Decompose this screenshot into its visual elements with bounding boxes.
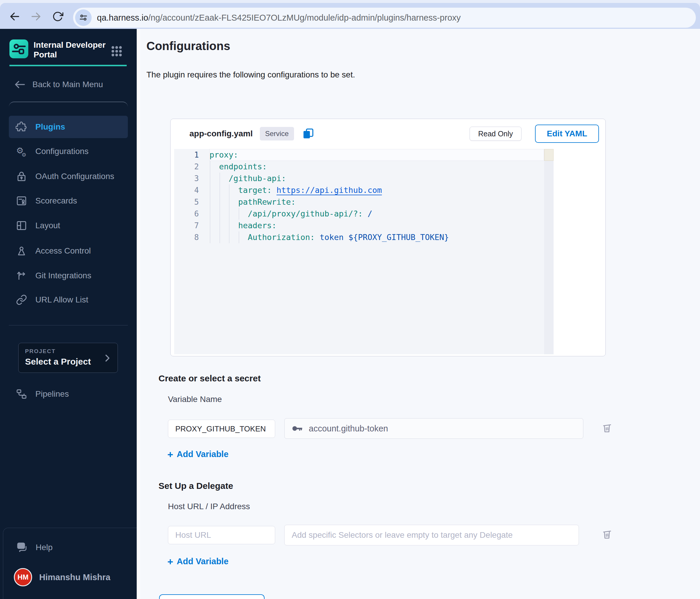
delegate-selectors-input[interactable]	[284, 525, 579, 545]
svg-text:?: ?	[20, 543, 23, 549]
layout-icon	[15, 220, 28, 231]
delete-secret-row-button[interactable]	[600, 421, 614, 434]
sidebar-divider	[9, 325, 128, 325]
sidebar-item-oauth-configurations[interactable]: OAuth Configurations	[9, 165, 128, 188]
edit-yaml-button[interactable]: Edit YAML	[535, 125, 599, 143]
code-indent	[209, 197, 238, 206]
sidebar-item-label: Layout	[35, 221, 60, 230]
apps-grid-icon[interactable]	[111, 45, 123, 58]
browser-back-button[interactable]	[8, 10, 21, 23]
secret-select[interactable]: account.github-token	[284, 418, 583, 439]
code-indent	[209, 221, 238, 230]
sidebar-item-scorecards[interactable]: Scorecards	[9, 190, 128, 212]
line-number: 7	[174, 220, 199, 232]
sidebar-item-pipelines[interactable]: Pipelines	[9, 383, 128, 405]
read-only-button[interactable]: Read Only	[470, 127, 522, 141]
read-only-label: Read Only	[478, 130, 513, 138]
lock-icon	[15, 171, 28, 182]
url-domain: qa.harness.io	[97, 13, 148, 22]
browser-forward-button[interactable]	[29, 10, 43, 23]
browser-reload-button[interactable]	[51, 10, 64, 23]
host-url-label: Host URL / IP Address	[168, 502, 250, 511]
yaml-card-header: app-config.yaml Service Read Only Edit Y…	[171, 119, 605, 149]
idp-logo-icon	[9, 40, 28, 58]
git-branch-arrows-icon	[15, 270, 28, 281]
sidebar-item-label: OAuth Configurations	[35, 172, 114, 181]
code-key: endpoints:	[219, 162, 267, 171]
plus-icon: +	[167, 450, 173, 459]
code-key: proxy:	[209, 150, 238, 159]
back-arrow-icon	[14, 78, 26, 91]
project-label: PROJECT	[25, 348, 111, 355]
line-number: 3	[174, 173, 199, 184]
user-name: Himanshu Mishra	[39, 573, 110, 582]
page-title: Configurations	[146, 40, 230, 53]
yaml-card: app-config.yaml Service Read Only Edit Y…	[170, 119, 606, 356]
code-key: pathRewrite:	[238, 197, 296, 206]
code-line: 5 pathRewrite:	[174, 196, 544, 208]
code-surface: 1 proxy: 2 endpoints: 3 /github-api: 4 t…	[174, 149, 544, 354]
line-number: 6	[174, 208, 199, 220]
pipelines-icon	[15, 388, 28, 400]
brand-line1: Internal Developer	[33, 40, 105, 50]
code-value: token ${PROXY_GITHUB_TOKEN}	[320, 233, 449, 242]
delegate-section-heading: Set Up a Delegate	[158, 481, 233, 491]
copy-icon[interactable]	[302, 128, 314, 139]
sidebar-item-plugins[interactable]: Plugins	[9, 116, 128, 138]
sidebar-item-configurations[interactable]: ⚙⚙ Configurations	[9, 140, 128, 162]
add-variable-label: Add Variable	[177, 556, 229, 566]
code-line: 3 /github-api:	[174, 173, 544, 184]
service-badge: Service	[260, 127, 294, 140]
sidebar-item-url-allow-list[interactable]: URL Allow List	[9, 289, 128, 311]
site-info-icon[interactable]	[75, 9, 92, 26]
gears-icon: ⚙⚙	[15, 146, 28, 157]
delete-delegate-row-button[interactable]	[600, 528, 614, 541]
scorecard-icon	[15, 195, 28, 206]
help-label: Help	[36, 543, 53, 552]
project-selector[interactable]: PROJECT Select a Project	[18, 343, 118, 373]
variable-name-label: Variable Name	[168, 395, 222, 404]
menu-divider-top	[9, 102, 128, 113]
code-link[interactable]: https://api.github.com	[277, 185, 382, 195]
host-url-input[interactable]	[168, 526, 275, 544]
chevron-right-icon	[102, 353, 112, 364]
line-number: 4	[174, 184, 199, 196]
code-indent	[209, 162, 219, 171]
browser-chrome: qa.harness.io/ng/account/zEaak-FLS425IEO…	[0, 0, 700, 29]
user-profile[interactable]: HM Himanshu Mishra	[14, 568, 110, 586]
line-number: 5	[174, 196, 199, 208]
sidebar-item-layout[interactable]: Layout	[9, 214, 128, 237]
sidebar-item-label: Scorecards	[35, 196, 77, 206]
code-line: 2 endpoints:	[174, 161, 544, 173]
sidebar-item-access-control[interactable]: Access Control	[9, 240, 128, 262]
yaml-editor[interactable]: 1 proxy: 2 endpoints: 3 /github-api: 4 t…	[174, 149, 554, 354]
add-variable-link-delegate[interactable]: + Add Variable	[167, 556, 229, 566]
sidebar: Internal Developer Portal Back to Main M…	[0, 29, 137, 599]
editor-scrollbar[interactable]	[544, 149, 554, 354]
variable-name-input[interactable]	[168, 420, 275, 438]
back-label: Back to Main Menu	[32, 80, 103, 89]
code-indent	[209, 233, 248, 242]
sidebar-bottom-panel: ? Help HM Himanshu Mishra	[3, 528, 137, 599]
add-variable-label: Add Variable	[177, 449, 229, 459]
browser-toolbar: qa.harness.io/ng/account/zEaak-FLS425IEO…	[0, 3, 700, 29]
brand: Internal Developer Portal	[9, 40, 105, 59]
add-variable-link-secret[interactable]: + Add Variable	[167, 449, 229, 459]
code-key: headers:	[238, 221, 277, 230]
line-number: 8	[174, 232, 199, 243]
brand-title: Internal Developer Portal	[33, 40, 105, 59]
brand-line2: Portal	[33, 50, 105, 59]
link-icon	[15, 294, 28, 305]
help-item[interactable]: ? Help	[16, 536, 53, 559]
sidebar-item-label: Configurations	[35, 147, 89, 156]
save-button-partial[interactable]	[159, 594, 265, 599]
code-indent	[209, 209, 248, 218]
brand-underline	[9, 65, 127, 66]
help-chat-icon: ?	[16, 542, 28, 553]
svg-text:⚙: ⚙	[22, 152, 26, 157]
line-number: 1	[174, 149, 199, 161]
sidebar-item-git-integrations[interactable]: Git Integrations	[9, 264, 128, 287]
back-to-main-menu[interactable]: Back to Main Menu	[14, 78, 103, 91]
line-number: 2	[174, 161, 199, 173]
address-bar[interactable]: qa.harness.io/ng/account/zEaak-FLS425IEO…	[73, 8, 696, 28]
